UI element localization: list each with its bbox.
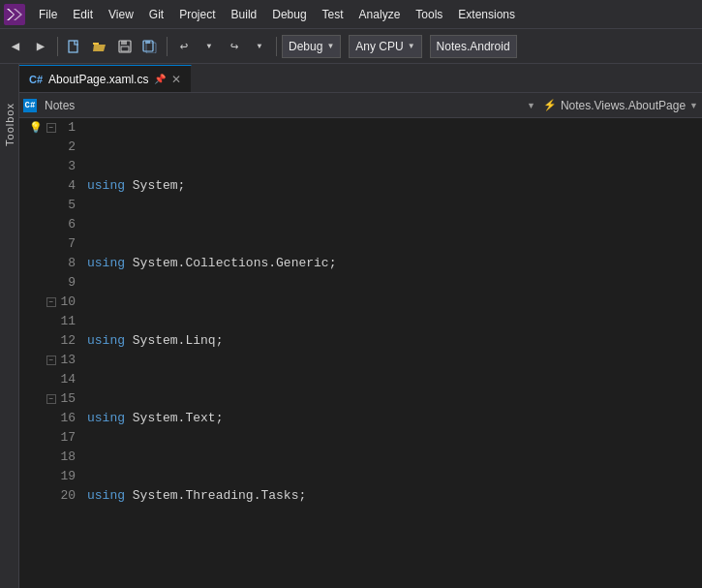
redo-button[interactable]: ↪ [223,35,246,58]
toolbar: ◀ ▶ ↩ ▼ ↪ ▼ Debug ▼ [0,29,702,64]
platform-arrow-icon: ▼ [408,42,415,50]
save-button[interactable] [113,35,137,58]
line-num-15: − 15 [27,389,76,409]
code-line-6 [87,564,698,583]
line-num-18: 18 [27,448,76,467]
tab-pin-icon[interactable]: 📌 [154,74,166,84]
menu-test[interactable]: Test [315,4,351,25]
new-file-icon [68,40,81,53]
collapse-15-btn[interactable]: − [46,394,56,404]
editor-area: C# AboutPage.xaml.cs 📌 ✕ C# Notes ▼ ⚡ No… [19,64,702,588]
redo-dropdown[interactable]: ▼ [248,35,271,58]
line-num-10: − 10 [27,293,76,312]
undo-dropdown[interactable]: ▼ [198,35,221,58]
menubar: File Edit View Git Project Build Debug T… [0,0,702,29]
line-num-20: 20 [27,486,76,506]
collapse-10-btn[interactable]: − [46,297,56,307]
line-numbers: 💡 − 1 2 3 4 5 6 7 8 9 − 10 11 12 [19,118,83,588]
toolbar-sep-2 [167,37,168,56]
member-arrow-icon: ▼ [689,101,698,110]
menu-build[interactable]: Build [224,4,265,25]
platform-label: Any CPU [355,40,403,53]
menu-analyze[interactable]: Analyze [351,4,409,25]
menu-tools[interactable]: Tools [408,4,450,25]
open-icon [92,40,107,53]
line-num-2: 2 [27,138,76,157]
toolbar-sep-1 [57,37,58,56]
project-label: Notes.Android [437,40,510,53]
config-arrow-icon: ▼ [326,42,334,50]
code-line-3: using System.Linq; [87,331,698,351]
line-num-6: 6 [27,215,76,234]
tab-close-icon[interactable]: ✕ [171,73,181,86]
code-content[interactable]: using System; using System.Collections.G… [83,118,702,588]
line-num-14: 14 [27,370,76,389]
config-dropdown[interactable]: Debug ▼ [282,35,341,58]
collapse-1-btn[interactable]: − [46,123,56,133]
config-label: Debug [289,40,322,53]
svg-rect-7 [121,46,129,51]
line-num-19: 19 [27,467,76,486]
code-line-5: using System.Threading.Tasks; [87,486,698,506]
back-button[interactable]: ◀ [4,35,27,58]
line-num-4: 4 [27,176,76,196]
class-dropdown[interactable]: Notes ▼ [41,99,539,112]
platform-dropdown[interactable]: Any CPU ▼ [349,35,421,58]
lightbulb-icon[interactable]: 💡 [29,118,43,138]
forward-button[interactable]: ▶ [29,35,52,58]
code-line-1: using System; [87,176,698,196]
menu-project[interactable]: Project [171,4,223,25]
tab-label: AboutPage.xaml.cs [48,73,148,86]
line-num-3: 3 [27,157,76,176]
line-num-7: 7 [27,234,76,254]
menu-file[interactable]: File [31,4,65,25]
line-num-16: 16 [27,409,76,428]
toolbar-sep-3 [276,37,277,56]
member-area: ⚡ Notes.Views.AboutPage ▼ [543,99,698,112]
class-name: Notes [45,99,75,112]
line-num-8: 8 [27,254,76,273]
line-num-17: 17 [27,428,76,448]
code-editor[interactable]: 💡 − 1 2 3 4 5 6 7 8 9 − 10 11 12 [19,118,702,588]
cs-file-icon: C# [29,74,43,85]
new-file-button[interactable] [63,35,86,58]
save-icon [118,40,132,53]
line-num-13: − 13 [27,351,76,370]
menu-edit[interactable]: Edit [65,4,101,25]
class-icon: C# [23,99,37,112]
code-line-4: using System.Text; [87,409,698,428]
save-all-icon [142,40,158,53]
main-area: Toolbox C# AboutPage.xaml.cs 📌 ✕ C# Note… [0,64,702,588]
class-arrow-icon: ▼ [527,101,535,110]
open-file-button[interactable] [88,35,111,58]
lightning-icon: ⚡ [543,99,557,111]
menu-debug[interactable]: Debug [264,4,314,25]
vs-logo-icon [4,4,25,25]
toolbox-sidebar[interactable]: Toolbox [0,64,19,588]
code-line-2: using System.Collections.Generic; [87,254,698,273]
member-label: Notes.Views.AboutPage [561,99,686,112]
tab-bar: C# AboutPage.xaml.cs 📌 ✕ [19,64,702,93]
menu-extensions[interactable]: Extensions [450,4,523,25]
save-all-button[interactable] [138,35,162,58]
line-num-11: 11 [27,312,76,331]
svg-rect-6 [121,41,127,45]
tab-aboutpage[interactable]: C# AboutPage.xaml.cs 📌 ✕ [19,65,192,92]
toolbox-label: Toolbox [4,103,15,146]
namespace-bar: C# Notes ▼ ⚡ Notes.Views.AboutPage ▼ [19,93,702,118]
line-num-9: 9 [27,273,76,293]
svg-rect-3 [69,41,77,52]
menu-view[interactable]: View [101,4,141,25]
line-num-1: 💡 − 1 [27,118,76,138]
line-num-5: 5 [27,196,76,215]
project-dropdown[interactable]: Notes.Android [430,35,517,58]
collapse-13-btn[interactable]: − [46,356,56,365]
line-num-12: 12 [27,331,76,351]
menu-git[interactable]: Git [141,4,171,25]
undo-button[interactable]: ↩ [172,35,196,58]
svg-rect-4 [93,43,99,45]
